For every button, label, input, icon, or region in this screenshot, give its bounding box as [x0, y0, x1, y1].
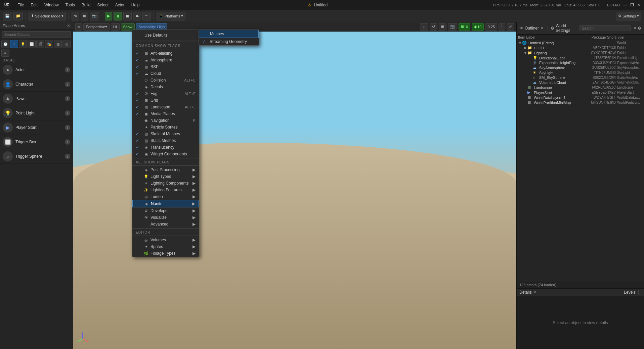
lit-button[interactable]: Lit: [111, 23, 120, 31]
angle-button[interactable]: ◉ 10: [472, 23, 484, 31]
search-classes-input[interactable]: [2, 31, 71, 38]
expand-lighting[interactable]: ▼: [523, 51, 527, 55]
maximize-button[interactable]: ⤢: [507, 23, 514, 31]
tree-row-untitled[interactable]: ▼ 🌐 Untitled (Editor) World: [517, 40, 644, 45]
menu-edit[interactable]: Edit: [28, 2, 40, 8]
show-item-particlesprites[interactable]: ✓ ✦ Particle Sprites: [132, 124, 199, 131]
actor-item-pawn[interactable]: ♟ Pawn i: [0, 92, 73, 106]
show-item-developer[interactable]: ✓ ⚙ Developer ▶: [132, 207, 199, 214]
actor-item-actor[interactable]: ● Actor i: [0, 63, 73, 77]
nanite-meshes-item[interactable]: ✓ Meshes: [199, 30, 259, 38]
settings-button[interactable]: ⚙ Settings ▾: [616, 12, 641, 20]
show-item-lightingfeatures[interactable]: ✓ ✨ Lighting Features ▶: [132, 187, 199, 193]
tree-row-hlod[interactable]: ▶ 📁 HLOD VB0XCDTPU3i Folder: [517, 45, 644, 50]
expand-untitled[interactable]: ▼: [518, 41, 522, 45]
show-item-advanced[interactable]: ✓ ⋯ Advanced ▶: [132, 221, 199, 228]
transform-button[interactable]: ⟲: [72, 12, 79, 20]
tree-row-sky[interactable]: ☁ SkyAtmosphere GUB2EKUL20C SkyAtmosphe.…: [517, 65, 644, 70]
show-item-lighttypes[interactable]: ✓ 💡 Light Types ▶: [132, 173, 199, 180]
filter-basic[interactable]: ☆: [10, 40, 18, 48]
triggerbox-info-button[interactable]: i: [65, 139, 70, 145]
tree-row-lighting[interactable]: ▼ 📁 Lighting CYKGRERHGW Folder: [517, 50, 644, 55]
tree-row-playerstart[interactable]: ▶ PlayerStart ESEY0E5HXEV PlayerStart: [517, 90, 644, 95]
menu-window[interactable]: Window: [42, 2, 61, 8]
menu-build[interactable]: Build: [79, 2, 93, 8]
show-item-collision[interactable]: ✓ ⬡ Collision ALT+C: [132, 77, 199, 84]
place-actors-close[interactable]: ✕: [67, 23, 70, 28]
scale-button[interactable]: ⊞: [439, 23, 446, 31]
viewport-menu-button[interactable]: ≡: [75, 23, 82, 31]
pause-button[interactable]: ⏸: [114, 12, 122, 20]
selection-mode-button[interactable]: ⬆ Selection Mode ▾: [29, 12, 66, 20]
settings-outliner-icon[interactable]: ⚙: [638, 26, 641, 31]
menu-actor[interactable]: Actor: [113, 2, 127, 8]
filter-volumes[interactable]: ◎: [62, 40, 71, 48]
outliner-close[interactable]: ✕: [540, 26, 544, 31]
menu-select[interactable]: Select: [94, 2, 111, 8]
perspective-button[interactable]: Perspective ▾: [83, 23, 109, 31]
actor-item-playerstart[interactable]: ▶ Player Start i: [0, 120, 73, 135]
menu-tools[interactable]: Tools: [63, 2, 78, 8]
show-item-translucency[interactable]: ✓ ◈ Translucency: [132, 144, 199, 151]
save-button[interactable]: 💾: [3, 12, 12, 20]
actor-item-triggersphere[interactable]: ○ Trigger Sphere i: [0, 149, 73, 164]
open-button[interactable]: 📁: [13, 12, 23, 20]
show-item-mediaplanes[interactable]: ✓ ▣ Media Planes: [132, 110, 199, 117]
filter-geometry[interactable]: ▦: [54, 40, 62, 48]
minimize-button[interactable]: —: [622, 2, 628, 8]
show-item-landscape[interactable]: ✓ ▤ Landscape ALT+L: [132, 104, 199, 110]
show-item-volumes[interactable]: ✓ ◎ Volumes ▶: [132, 237, 199, 243]
tree-row-skysphere[interactable]: ○ SM_SkySphere SS02XJ52CRR StaticMeshAc.…: [517, 75, 644, 80]
platforms-button[interactable]: 📱 Platforms ▾: [157, 12, 185, 20]
expand-hlod[interactable]: ▶: [523, 46, 527, 50]
filter-visual[interactable]: 🎭: [45, 40, 53, 48]
show-item-lightingcomponents[interactable]: ✓ ☀ Lighting Components ▶: [132, 180, 199, 187]
character-info-button[interactable]: i: [65, 82, 70, 87]
filter-shapes[interactable]: ⬜: [28, 40, 36, 48]
show-item-lumen[interactable]: ✓ ◎ Lumen ▶: [132, 193, 199, 200]
show-item-cloud[interactable]: ✓ ☁ Cloud: [132, 70, 199, 77]
filter-icon[interactable]: ≡: [634, 26, 636, 31]
rotate-button[interactable]: ↺: [430, 23, 437, 31]
actor-item-pointlight[interactable]: 💡 Point Light i: [0, 106, 73, 120]
show-item-decals[interactable]: ✓ ◈ Decals: [132, 84, 199, 90]
grid-button[interactable]: ⊞ 10: [459, 23, 470, 31]
tree-row-landscape[interactable]: ▤ Landscape F02RBAU6SZC Landscape: [517, 85, 644, 90]
camera-button[interactable]: 📷: [90, 12, 99, 20]
nanite-streaming-item[interactable]: ✓ Streaming Geometry: [199, 38, 259, 45]
show-item-nanite[interactable]: ✓ ◈ Nanite ▶: [132, 200, 199, 207]
restore-button[interactable]: ❐: [629, 2, 635, 8]
show-item-foliagetypes[interactable]: ✓ 🌿 Foliage Types ▶: [132, 250, 199, 257]
tree-row-volcloud[interactable]: ☁ VolumetricCloud ZAYT9Q4BGG- Volumetric…: [517, 80, 644, 85]
tree-row-skylight[interactable]: ☀ SkyLight TIYN0FUM3SI SkyLight: [517, 70, 644, 75]
filter-cinematic[interactable]: 🎬: [36, 40, 44, 48]
menu-help[interactable]: Help: [129, 2, 142, 8]
show-item-atmosphere[interactable]: ✓ ☁ Atmosphere: [132, 57, 199, 63]
actor-info-button[interactable]: i: [65, 67, 70, 72]
play-button[interactable]: ▶: [105, 12, 112, 20]
filter-all[interactable]: ≡: [1, 49, 9, 57]
tree-row-wdl[interactable]: ▦ WorldDataLayers-1 WDYA7H7GH- WorldData…: [517, 95, 644, 100]
show-item-staticmeshes[interactable]: ✓ ▨ Static Meshes: [132, 137, 199, 144]
screen-button[interactable]: 1: [499, 23, 505, 31]
show-item-navigation[interactable]: ✓ ◉ Navigation P: [132, 117, 199, 124]
details-close[interactable]: ✕: [533, 290, 536, 295]
show-item-fog[interactable]: ✓ 🌫 Fog ALT+F: [132, 90, 199, 97]
stop-button[interactable]: ⏹: [123, 12, 132, 20]
use-defaults-item[interactable]: Use Defaults: [136, 32, 196, 39]
snap-button[interactable]: ⊞: [81, 12, 88, 20]
pawn-info-button[interactable]: i: [65, 96, 70, 101]
show-item-visualize[interactable]: ✓ 👁 Visualize ▶: [132, 214, 199, 221]
actor-item-triggerbox[interactable]: ⬜ Trigger Box i: [0, 135, 73, 149]
camera-speed-button[interactable]: 📷: [448, 23, 457, 31]
filter-lights[interactable]: 💡: [19, 40, 27, 48]
close-button[interactable]: ✕: [636, 2, 641, 8]
show-item-grid[interactable]: ✓ ⊞ Grid: [132, 97, 199, 104]
zoom-button[interactable]: 0.25: [485, 23, 497, 31]
filter-recent[interactable]: 🕐: [1, 40, 9, 48]
show-item-postprocessing[interactable]: ✓ ◈ Post Processing ▶: [132, 166, 199, 173]
tree-row-wpm[interactable]: ▦ WorldPartitionMiniMap MHSUNT7EJKD Worl…: [517, 100, 644, 105]
eject-button[interactable]: ⏏: [133, 12, 141, 20]
show-item-widgetcomponents[interactable]: ✓ ▣ Widget Components: [132, 151, 199, 157]
menu-file[interactable]: File: [15, 2, 27, 8]
